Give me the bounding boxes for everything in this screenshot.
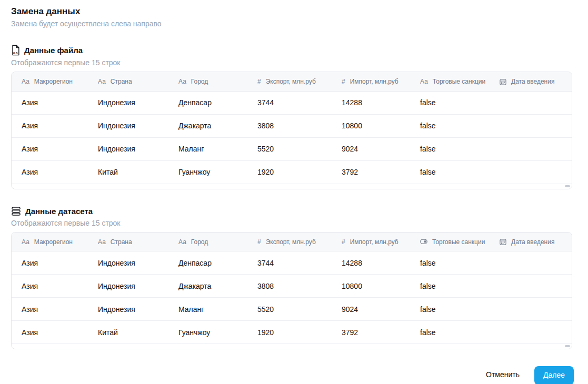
table-cell: 1920 [247,321,332,344]
column-header: Дата введения [490,72,572,91]
table-cell: Маланг [168,298,247,321]
table-cell: 14288 [332,251,410,275]
column-header-label: Торговые санкции [433,78,485,85]
table-cell: false [410,137,490,160]
table-cell [490,298,572,321]
table-cell: Индонезия [88,275,168,298]
table-row: АзияКитайГуанчжоу19203792false [12,321,572,344]
column-header: АаМакрорегион [12,72,88,91]
column-header: АаСтрана [88,72,168,91]
table-cell: false [410,298,490,321]
table-row: АзияИндонезияМаланг55209024false [12,137,572,160]
table-cell: Индонезия [88,298,168,321]
table-cell [490,321,572,344]
table-scroll-area [12,184,572,189]
table-cell [490,91,572,114]
next-button[interactable]: Далее [534,366,574,384]
section-subtitle: Отображаются первые 15 строк [11,58,572,67]
column-header: АаГород [168,72,247,91]
boolean-type-icon [420,239,427,245]
dataset-table-container: АаМакрорегионАаСтранаАаГород#Экспорт, мл… [11,232,572,350]
column-header-label: Макрорегион [34,238,73,246]
text-type-icon: Аа [178,238,186,246]
table-cell: Азия [12,275,88,298]
scrollbar-thumb[interactable] [565,345,570,347]
table-row: АзияИндонезияДжакарта380810800false [12,275,572,298]
file-data-section: XLS Данные файла Отображаются первые 15 … [11,45,572,189]
table-row: АзияИндонезияДенпасар374414288false [12,91,572,114]
file-data-table: АаМакрорегионАаСтранаАаГород#Экспорт, мл… [12,72,572,184]
table-cell: 3792 [332,321,410,344]
column-header-label: Импорт, млн,руб [350,238,398,246]
column-header-label: Страна [111,238,132,246]
column-header-label: Торговые санкции [432,238,485,246]
section-title: Данные датасета [25,207,93,216]
calendar-icon [500,238,506,245]
table-cell: Гуанчжоу [168,160,247,184]
column-header-label: Дата введения [511,238,554,246]
dataset-data-section: Данные датасета Отображаются первые 15 с… [11,206,572,350]
table-cell: 5520 [247,298,332,321]
text-type-icon: Аа [98,78,106,85]
table-cell: 3744 [247,91,332,114]
column-header: #Импорт, млн,руб [332,233,410,251]
table-cell: 1920 [247,160,332,184]
column-header: Дата введения [490,233,572,251]
calendar-icon [500,78,506,85]
table-cell: 10800 [332,275,410,298]
column-header-label: Дата введения [511,78,554,85]
table-cell: false [410,160,490,184]
column-header-label: Импорт, млн,руб [350,78,398,85]
column-header-label: Страна [111,78,132,85]
page-subtitle: Замена будет осуществлена слева направо [11,19,572,28]
dataset-icon [11,206,21,216]
section-title: Данные файла [24,46,83,55]
section-subtitle: Отображаются первые 15 строк [11,219,572,227]
cancel-button[interactable]: Отменить [485,366,521,383]
scrollbar-thumb[interactable] [565,185,570,187]
dialog-footer: Отменить Далее [485,366,574,384]
svg-text:XLS: XLS [13,52,18,55]
column-header: АаТорговые санкции [410,72,490,91]
table-cell: Индонезия [88,114,168,137]
table-cell: 3808 [247,275,332,298]
table-row: АзияИндонезияМаланг55209024false [12,298,572,321]
column-header-label: Макрорегион [34,78,73,85]
table-header-row: АаМакрорегионАаСтранаАаГород#Экспорт, мл… [12,233,572,251]
table-cell: Гуанчжоу [168,321,247,344]
text-type-icon: Аа [178,78,186,85]
column-header: #Экспорт, млн.руб [247,233,332,251]
table-cell: Азия [12,298,88,321]
table-cell: 9024 [332,298,410,321]
column-header-label: Город [191,78,208,85]
table-cell: Азия [12,321,88,344]
table-row: АзияИндонезияДенпасар374414288false [12,251,572,275]
table-cell: Азия [12,137,88,160]
table-cell: Китай [88,160,168,184]
number-type-icon: # [342,78,345,85]
table-cell: Денпасар [168,91,247,114]
column-header: АаМакрорегион [12,233,88,251]
table-header-row: АаМакрорегионАаСтранаАаГород#Экспорт, мл… [12,72,572,91]
table-cell [490,251,572,275]
table-cell: false [410,321,490,344]
column-header: Торговые санкции [410,233,490,251]
table-cell: false [410,114,490,137]
table-cell: Индонезия [88,251,168,275]
table-cell: false [410,91,490,114]
table-cell: Китай [88,321,168,344]
table-cell: Джакарта [168,275,247,298]
table-cell: false [410,275,490,298]
table-cell [490,275,572,298]
table-cell [490,114,572,137]
column-header-label: Экспорт, млн.руб [266,238,316,246]
number-type-icon: # [257,238,261,246]
table-cell: Азия [12,91,88,114]
table-cell [490,137,572,160]
table-row: АзияИндонезияДжакарта380810800false [12,114,572,137]
table-cell: 14288 [332,91,410,114]
table-cell: 3792 [332,160,410,184]
table-cell: Маланг [168,137,247,160]
table-cell: Джакарта [168,114,247,137]
table-cell: Азия [12,251,88,275]
